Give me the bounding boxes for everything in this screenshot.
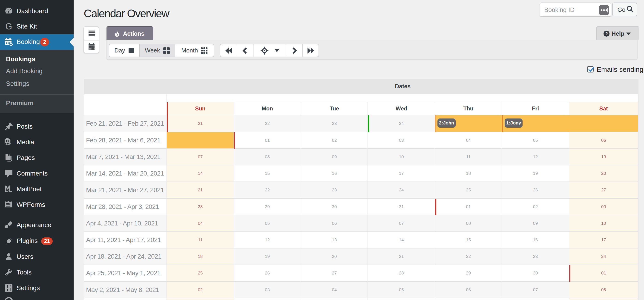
svg-text:?: ? [605, 31, 608, 36]
